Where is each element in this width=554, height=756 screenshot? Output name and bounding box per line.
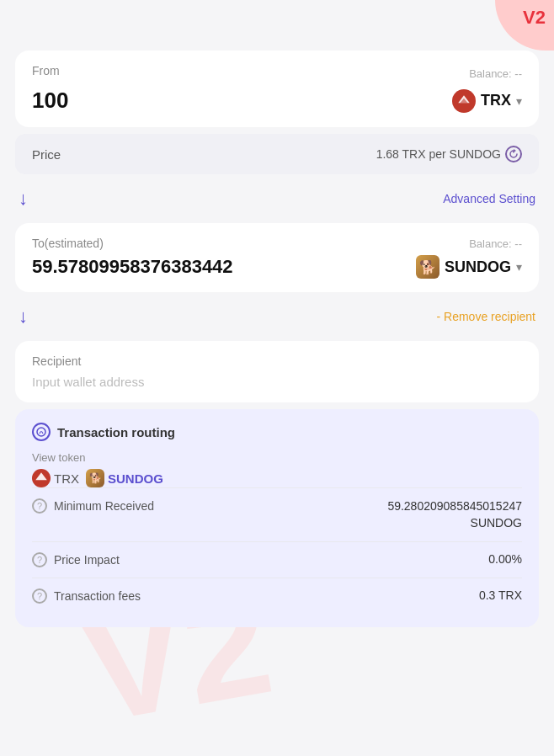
price-value-row: 1.68 TRX per SUNDOG [376,146,522,162]
transaction-fees-value: 0.3 TRX [479,588,522,602]
down-arrow-2[interactable]: ↓ [19,306,28,327]
sundog-token-selector[interactable]: 🐕 SUNDOG ▾ [416,255,522,279]
transaction-fees-row: ? Transaction fees 0.3 TRX [32,578,522,614]
price-label: Price [32,147,61,162]
routing-title: Transaction routing [57,425,175,439]
trx-token-selector[interactable]: TRX ▾ [452,89,522,113]
transaction-fees-help-icon[interactable]: ? [32,588,47,604]
to-label: To(estimated) [32,237,104,250]
minimum-received-value: 59.280209085845015247 SUNDOG [387,498,522,531]
minimum-received-row: ? Minimum Received 59.280209085845015247… [32,487,522,541]
from-token-chevron[interactable]: ▾ [516,94,522,108]
trx-icon [452,89,476,113]
price-impact-left: ? Price Impact [32,552,120,567]
v2-label: V2 [523,7,546,29]
minimum-received-label: Minimum Received [54,499,154,513]
to-token-chevron[interactable]: ▾ [516,260,522,274]
price-value-text: 1.68 TRX per SUNDOG [376,147,501,161]
remove-recipient-link[interactable]: - Remove recipient [437,310,536,323]
trx-chip-label: TRX [54,471,79,486]
view-token-label: View token [32,451,522,464]
minimum-received-help-icon[interactable]: ? [32,498,47,514]
trx-chip: TRX [32,469,79,487]
routing-header: Transaction routing [32,423,522,441]
recipient-label: Recipient [32,354,522,368]
from-card: From Balance: -- 100 TRX ▾ [15,51,539,127]
trx-chip-icon [32,469,51,487]
sundog-chip-label: SUNDOG [108,471,163,486]
down-arrow-1[interactable]: ↓ [19,188,28,210]
price-impact-help-icon[interactable]: ? [32,552,47,567]
transaction-fees-label: Transaction fees [54,589,141,603]
to-balance: Balance: -- [469,237,522,250]
from-balance: Balance: -- [469,67,522,80]
from-token-name: TRX [481,92,511,109]
recipient-input[interactable]: Input wallet address [32,375,522,389]
to-amount: 59.57809958376383442 [32,256,233,278]
recipient-card: Recipient Input wallet address [15,341,539,402]
sundog-chip-icon: 🐕 [86,469,104,487]
routing-section: Transaction routing View token TRX 🐕 SUN… [15,409,539,627]
sundog-chip: 🐕 SUNDOG [86,469,163,487]
price-impact-row: ? Price Impact 0.00% [32,541,522,578]
from-amount[interactable]: 100 [32,88,68,114]
routing-icon [32,423,51,441]
price-card: Price 1.68 TRX per SUNDOG [15,134,539,174]
from-label: From [32,64,60,77]
minimum-received-left: ? Minimum Received [32,498,154,514]
advanced-setting-link[interactable]: Advanced Setting [443,192,535,205]
minimum-received-unit: SUNDOG [387,515,522,532]
sundog-icon: 🐕 [416,255,439,279]
transaction-fees-left: ? Transaction fees [32,588,141,604]
minimum-received-amount: 59.280209085845015247 [387,498,522,515]
arrow-row-2: ↓ - Remove recipient [15,299,539,334]
svg-marker-3 [35,472,47,480]
to-token-name: SUNDOG [445,258,511,276]
price-impact-value: 0.00% [488,552,522,566]
arrow-row-1: ↓ Advanced Setting [15,181,539,216]
price-impact-label: Price Impact [54,553,120,567]
to-card: To(estimated) Balance: -- 59.57809958376… [15,223,539,292]
token-chips: TRX 🐕 SUNDOG [32,469,522,487]
refresh-icon[interactable] [505,146,522,162]
